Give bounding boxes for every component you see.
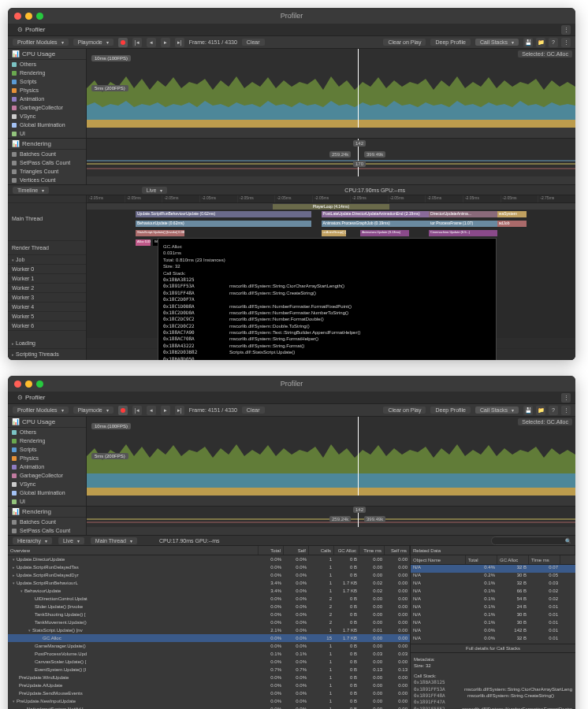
legend-item[interactable]: Triangles Count — [8, 167, 86, 176]
table-row[interactable]: PreUpdate.SendMouseEvents0.0%0.0%10 B0.0… — [8, 689, 410, 697]
legend-item[interactable]: Scripts — [8, 445, 86, 454]
zoom-icon[interactable] — [36, 13, 43, 20]
worker-label[interactable]: Worker 0 — [8, 265, 86, 274]
column-header[interactable]: Total — [466, 555, 497, 564]
playmode-dropdown[interactable]: Playmode — [73, 39, 114, 46]
table-row[interactable]: N/A0.1%30 B0.01 — [411, 612, 575, 620]
clear-button[interactable]: Clear — [242, 39, 265, 46]
column-header[interactable]: Object Name — [411, 555, 466, 564]
minimize-icon[interactable] — [25, 380, 32, 388]
cpu-usage-header[interactable]: 📊CPU Usage — [8, 417, 86, 428]
legend-item[interactable]: UI — [8, 497, 86, 506]
table-row[interactable]: TankShooting.Update() [0.0%0.0%20 B0.000… — [8, 611, 410, 618]
back-button[interactable]: ◂ — [147, 38, 156, 47]
table-row[interactable]: PreUpdate.AIUpdate0.0%0.0%10 B0.000.00 — [8, 681, 410, 689]
cpu-chart[interactable]: Selected: GC.Alloc 10ms (100FPS) 5ms (20… — [87, 417, 575, 496]
scripting-threads-label[interactable]: Scripting Threads — [8, 349, 86, 360]
deep-profile-button[interactable]: Deep Profile — [430, 406, 471, 414]
table-row[interactable]: EventSystem.Update() [I0.7%0.7%10 B0.130… — [8, 666, 410, 674]
rendering-header[interactable]: 📊 Rendering — [8, 139, 86, 150]
prev-frame-button[interactable]: |◂ — [132, 38, 142, 47]
column-header[interactable]: Self — [284, 546, 309, 555]
legend-item[interactable]: Global Illumination — [8, 488, 86, 497]
menu-icon[interactable]: ⋮ — [561, 38, 571, 47]
record-button[interactable] — [118, 406, 128, 415]
table-row[interactable]: StatsScript.Update() [nv2.1%0.0%11.7 KB0… — [8, 626, 410, 634]
deep-profile-button[interactable]: Deep Profile — [430, 39, 471, 46]
clear-on-play-button[interactable]: Clear on Play — [383, 406, 426, 414]
table-row[interactable]: N/A0.0%142 B0.01 — [411, 628, 575, 636]
legend-item[interactable]: UI — [8, 129, 86, 138]
playmode-dropdown[interactable]: Playmode — [73, 406, 114, 414]
frame-marker[interactable] — [358, 417, 359, 496]
help-icon[interactable]: ? — [549, 406, 558, 415]
table-row[interactable]: Slider.Update() [Invoke0.0%0.0%20 B0.000… — [8, 603, 410, 611]
cpu-chart[interactable]: Selected: GC.Alloc 10ms (100FPS) 5ms (20… — [87, 49, 575, 128]
table-row[interactable]: N/A0.1%24 B0.01 — [411, 604, 575, 612]
table-row[interactable]: Update.DirectorUpdate0.0%0.0%10 B0.000.0… — [8, 555, 410, 563]
profiler-modules-dropdown[interactable]: Profiler Modules — [13, 406, 69, 414]
prev-frame-button[interactable]: |◂ — [132, 406, 142, 415]
worker-label[interactable]: Worker 4 — [8, 303, 86, 312]
legend-item[interactable]: Global Illumination — [8, 121, 86, 129]
timeline-dropdown[interactable]: Timeline — [13, 187, 49, 194]
worker-label[interactable]: Worker 3 — [8, 293, 86, 303]
full-details-label[interactable]: Full details for Call Stacks — [411, 644, 575, 652]
context-menu-icon[interactable]: ⋮ — [561, 393, 571, 403]
table-row[interactable]: TankMovement.Update()0.0%0.0%20 B0.000.0… — [8, 618, 410, 626]
hierarchy-dropdown[interactable]: Hierarchy — [13, 537, 52, 544]
context-menu-icon[interactable]: ⋮ — [561, 25, 571, 35]
loading-label[interactable]: Loading — [8, 338, 86, 349]
back-button[interactable]: ◂ — [147, 406, 156, 415]
rendering-chart[interactable]: 142 259.24k 399.49k — [87, 507, 575, 527]
minimize-icon[interactable] — [25, 13, 32, 20]
call-stacks-dropdown[interactable]: Call Stacks — [475, 406, 519, 414]
table-row[interactable]: N/A0.2%30 B0.05 — [411, 573, 575, 581]
table-row[interactable]: BehaviourUpdate3.4%0.0%11.7 KB0.020.00 — [8, 587, 410, 595]
search-input[interactable] — [491, 536, 570, 545]
help-icon[interactable]: ? — [549, 38, 558, 47]
fwd-button[interactable]: ▸ — [161, 38, 170, 47]
table-row[interactable]: GameManager.Update()0.0%0.0%10 B0.000.00 — [8, 642, 410, 650]
record-button[interactable] — [118, 38, 128, 47]
legend-item[interactable]: Physics — [8, 86, 86, 95]
column-header[interactable]: Self ms — [385, 546, 410, 555]
close-icon[interactable] — [14, 13, 21, 20]
fwd-button[interactable]: ▸ — [161, 406, 170, 415]
table-row[interactable]: N/A0.1%30 B0.01 — [411, 620, 575, 628]
zoom-icon[interactable] — [36, 380, 43, 388]
legend-item[interactable]: Animation — [8, 95, 86, 103]
legend-item[interactable]: Batches Count — [8, 518, 86, 526]
table-row[interactable]: PreUpdate.NewInputUpdate0.0%0.0%10 B0.00… — [8, 697, 410, 705]
clear-button[interactable]: Clear — [242, 406, 265, 414]
legend-item[interactable]: Rendering — [8, 436, 86, 445]
legend-item[interactable]: Others — [8, 428, 86, 436]
table-row[interactable]: N/A0.4%32 B0.07 — [411, 565, 575, 573]
column-header[interactable]: Total — [259, 546, 284, 555]
column-header[interactable]: Calls — [309, 546, 334, 555]
table-row[interactable]: N/A0.0%32 B0.01 — [411, 636, 575, 644]
column-header[interactable]: GC Alloc — [334, 546, 359, 555]
table-row[interactable]: Update.ScriptRunBehaviourL3.4%0.0%11.7 K… — [8, 579, 410, 587]
table-row[interactable]: GC.Alloc0.0%0.0%151.7 KB0.000.00 — [8, 634, 410, 642]
save-icon[interactable]: 💾 — [523, 38, 533, 47]
table-row[interactable]: N/A0.1%66 B0.02 — [411, 588, 575, 596]
legend-item[interactable]: GarbageCollector — [8, 471, 86, 480]
job-label[interactable]: Job — [8, 255, 86, 265]
table-row[interactable]: N/A0.1%32 B0.03 — [411, 581, 575, 588]
save-icon[interactable]: 💾 — [523, 406, 533, 415]
render-thread-label[interactable]: Render Thread — [8, 241, 86, 255]
table-row[interactable]: Update.ScriptRunDelayedDyr0.0%0.0%10 B0.… — [8, 571, 410, 579]
last-frame-button[interactable]: ▸| — [175, 406, 184, 415]
table-row[interactable]: PostProcessVolume.Upd0.1%0.1%10 B0.030.0… — [8, 650, 410, 658]
column-header[interactable]: Time ms — [529, 555, 560, 564]
table-row[interactable]: Update.ScriptRunDelayedTas0.0%0.0%10 B0.… — [8, 563, 410, 571]
rendering-header[interactable]: 📊Rendering — [8, 507, 86, 518]
column-header[interactable]: GC Alloc — [497, 555, 529, 564]
legend-item[interactable]: SetPass Calls Count — [8, 158, 86, 167]
column-header[interactable]: Time ms — [359, 546, 385, 555]
live-dropdown[interactable]: Live — [58, 537, 84, 544]
worker-label[interactable]: Worker 6 — [8, 321, 86, 331]
timeline-content[interactable]: -2.05ms-2.05ms-2.05ms-2.05ms-2.05ms-2.05… — [87, 195, 575, 338]
menu-icon[interactable]: ⋮ — [561, 406, 571, 415]
